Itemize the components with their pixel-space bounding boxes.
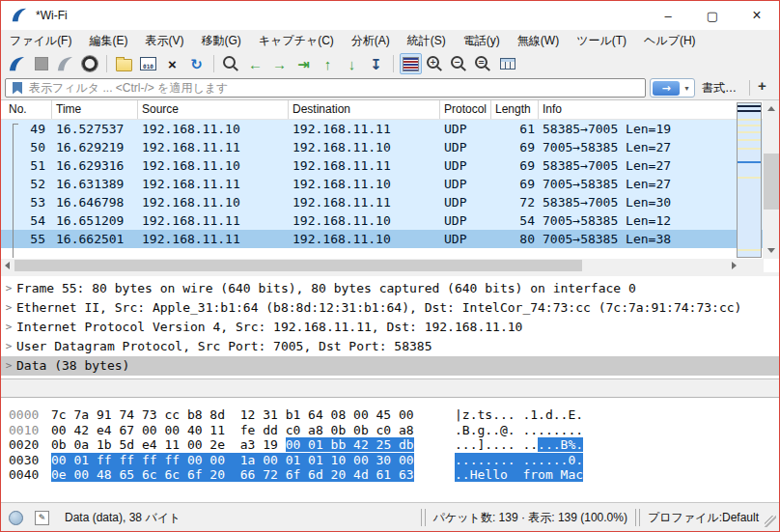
scroll-down-icon[interactable] [767,248,775,253]
go-to-top-icon[interactable]: ↑ [317,53,339,74]
filter-bookmark-icon[interactable] [13,82,22,95]
ascii-bytes[interactable]: ..Hello from Mac [455,467,583,483]
packet-row[interactable]: 5016.629219192.168.11.11192.168.11.10UDP… [1,138,764,156]
menu-item-9[interactable]: ツール(T) [568,30,635,51]
detail-text: Frame 55: 80 bytes on wire (640 bits), 8… [16,279,636,298]
cell-src: 192.168.11.10 [138,193,289,211]
hex-row[interactable]: 00200b 0a 1b 5d e4 11 00 2e a3 19 00 01 … [1,437,779,453]
status-separator [421,509,426,526]
go-to-packet-icon[interactable]: ⇥ [292,53,315,74]
ascii-bytes[interactable]: .B.g..@. ........ [455,423,583,438]
status-profile[interactable]: プロファイル:Default [648,510,759,526]
detail-row[interactable]: >Data (38 bytes) [1,356,779,376]
cell-time: 16.646798 [52,193,138,211]
restart-capture-icon[interactable] [54,53,76,74]
go-forward-icon[interactable]: → [268,53,291,74]
menu-item-3[interactable]: 移動(G) [192,30,249,51]
hex-row[interactable]: 001000 42 e4 67 00 00 40 11 fe dd c0 a8 … [1,423,779,438]
zoom-reset-icon[interactable]: = [472,53,494,74]
detail-row[interactable]: >Internet Protocol Version 4, Src: 192.1… [1,318,779,337]
scroll-right-icon[interactable] [732,262,737,269]
ascii-bytes[interactable]: ........ ......0. [455,453,583,468]
filter-expression-button[interactable]: 書式… [702,78,737,98]
auto-scroll-icon[interactable]: ↧ [365,53,387,74]
column-header-protocol[interactable]: Protocol [440,100,491,119]
menu-item-6[interactable]: 統計(S) [399,30,455,51]
go-to-bottom-icon[interactable]: ↓ [341,53,363,74]
menu-item-7[interactable]: 電話(y) [455,30,509,51]
menu-item-4[interactable]: キャプチャ(C) [250,30,343,51]
scroll-up-icon[interactable] [767,106,775,111]
hex-row[interactable]: 003000 01 ff ff ff ff 00 00 1a 00 01 01 … [1,453,779,468]
column-header-length[interactable]: Length [491,100,539,119]
expand-icon[interactable]: > [1,337,16,356]
packet-list-vertical-scrollbar[interactable] [763,100,780,259]
capture-options-icon[interactable] [78,53,100,74]
colorize-packets-icon[interactable] [400,53,422,74]
menu-item-1[interactable]: 編集(E) [80,30,136,51]
detail-row[interactable]: >User Datagram Protocol, Src Port: 7005,… [1,337,779,356]
apply-filter-button[interactable]: → ▼ [650,78,695,98]
save-file-icon[interactable]: 010 [137,53,159,74]
pane-splitter[interactable] [1,379,779,397]
vertical-scroll-thumb[interactable] [764,154,779,210]
column-header-info[interactable]: Info [539,100,764,119]
hex-bytes[interactable]: 0e 00 48 65 6c 6c 6f 20 66 72 6f 6d 20 4… [51,467,414,483]
scroll-left-icon[interactable] [5,262,10,269]
close-button[interactable]: × [735,1,779,30]
expand-icon[interactable]: > [1,318,16,337]
expand-icon[interactable]: > [1,298,16,318]
find-packet-icon[interactable] [220,53,242,74]
column-header-destination[interactable]: Destination [289,100,440,119]
packet-row[interactable]: 5516.662501192.168.11.11192.168.11.10UDP… [1,230,764,248]
ascii-bytes[interactable]: ...].... .....B%. [455,437,583,453]
apply-filter-arrow-icon[interactable]: → [653,81,680,96]
expert-info-icon[interactable] [9,511,23,525]
filter-history-caret-icon[interactable]: ▼ [680,85,694,92]
detail-row[interactable]: >Ethernet II, Src: Apple_31:b1:64 (b8:8d… [1,298,779,318]
open-file-icon[interactable] [113,53,135,74]
horizontal-scroll-thumb[interactable] [14,260,582,271]
go-back-icon[interactable]: ← [244,53,266,74]
hex-row[interactable]: 00007c 7a 91 74 73 cc b8 8d 12 31 b1 64 … [1,407,779,423]
resize-columns-icon[interactable] [496,53,518,74]
expand-icon[interactable]: > [1,356,16,376]
expand-icon[interactable]: > [1,279,16,298]
zoom-in-icon[interactable]: + [424,53,446,74]
menu-item-2[interactable]: 表示(V) [136,30,192,51]
add-filter-button[interactable]: + [758,77,766,94]
hex-bytes[interactable]: 00 42 e4 67 00 00 40 11 fe dd c0 a8 0b 0… [51,423,414,438]
packet-row[interactable]: 5416.651209192.168.11.11192.168.11.10UDP… [1,211,764,230]
close-file-icon[interactable]: × [161,53,183,74]
capture-comment-icon[interactable]: ✎ [35,511,49,525]
column-header-no[interactable]: No. [1,100,52,119]
packet-list-horizontal-scrollbar[interactable] [1,259,764,272]
start-capture-icon[interactable] [6,53,28,74]
intelligent-scrollbar-minimap[interactable] [737,102,762,258]
hex-bytes[interactable]: 0b 0a 1b 5d e4 11 00 2e a3 19 00 01 bb 4… [51,437,414,453]
packet-row[interactable]: 5116.629316192.168.11.10192.168.11.11UDP… [1,156,764,175]
column-header-time[interactable]: Time [52,100,138,119]
ascii-bytes[interactable]: |z.ts... .1.d..E. [455,407,583,423]
hex-bytes[interactable]: 00 01 ff ff ff ff 00 00 1a 00 01 01 10 0… [51,453,414,468]
detail-row[interactable]: >Frame 55: 80 bytes on wire (640 bits), … [1,279,779,298]
hex-bytes[interactable]: 7c 7a 91 74 73 cc b8 8d 12 31 b1 64 08 0… [51,407,414,423]
display-filter-input[interactable]: 表示フィルタ ... <Ctrl-/> を適用します [5,78,646,98]
reload-file-icon[interactable]: ↻ [185,53,208,74]
maximize-button[interactable]: ▢ [690,1,735,30]
cell-info: 58385→7005 Len=19 [539,120,764,138]
column-header-source[interactable]: Source [138,100,289,119]
zoom-out-icon[interactable]: − [448,53,470,74]
resize-grip[interactable] [765,516,776,527]
minimize-button[interactable]: – [646,1,690,30]
title-bar: *Wi-Fi – ▢ × [1,1,779,30]
menu-item-10[interactable]: ヘルプ(H) [635,30,705,51]
menu-item-8[interactable]: 無線(W) [509,30,568,51]
packet-row[interactable]: 4916.527537192.168.11.10192.168.11.11UDP… [1,120,764,138]
packet-row[interactable]: 5216.631389192.168.11.11192.168.11.10UDP… [1,175,764,193]
stop-capture-icon[interactable] [30,53,52,74]
packet-row[interactable]: 5316.646798192.168.11.10192.168.11.11UDP… [1,193,764,211]
menu-item-0[interactable]: ファイル(F) [1,30,80,51]
hex-row[interactable]: 00400e 00 48 65 6c 6c 6f 20 66 72 6f 6d … [1,467,779,483]
menu-item-5[interactable]: 分析(A) [343,30,399,51]
